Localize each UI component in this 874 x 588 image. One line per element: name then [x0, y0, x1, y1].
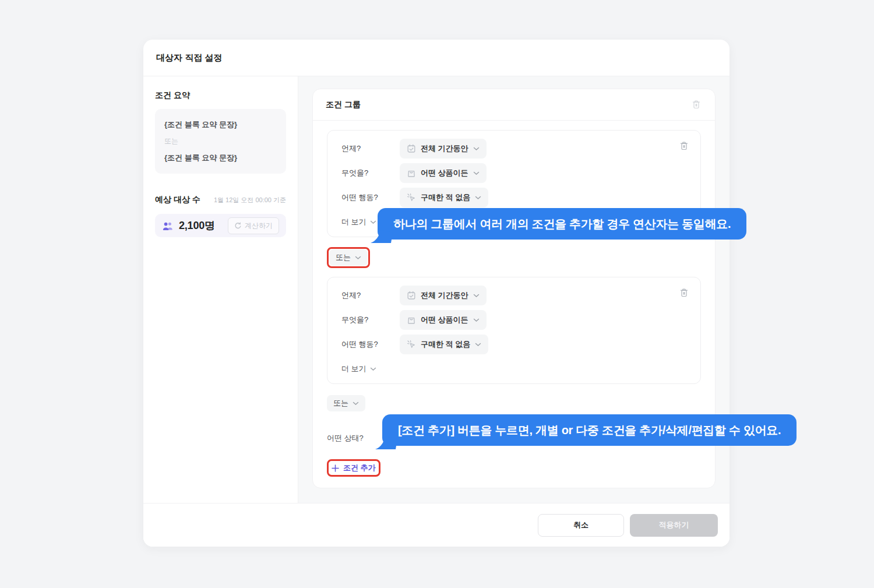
- page-background: 대상자 직접 설정 조건 요약 {조건 블록 요약 문장} 또는 {조건 블록 …: [0, 0, 874, 588]
- chevron-down-icon: [370, 367, 376, 371]
- estimate-heading: 예상 대상 수: [155, 195, 200, 205]
- condition-row-action: 어떤 행동? 구매한 적 없음: [341, 188, 686, 207]
- cancel-button[interactable]: 취소: [538, 514, 624, 537]
- trash-icon: [679, 291, 689, 300]
- add-condition-button[interactable]: 조건 추가: [332, 463, 376, 473]
- chevron-down-icon: [473, 294, 480, 298]
- click-icon: [407, 340, 416, 349]
- condition-label: 언제?: [341, 290, 400, 301]
- operator-select[interactable]: 또는: [327, 395, 365, 411]
- trash-icon: [679, 144, 689, 153]
- refresh-icon: [234, 222, 242, 230]
- condition-summary-box: {조건 블록 요약 문장} 또는 {조건 블록 요약 문장}: [155, 109, 286, 174]
- condition-row-what: 무엇을? 어떤 상품이든: [341, 163, 686, 183]
- when-select[interactable]: 전체 기간동안: [400, 286, 487, 305]
- more-options-label: 더 보기: [341, 364, 366, 374]
- condition-label: 언제?: [341, 143, 400, 154]
- more-options-label: 더 보기: [341, 217, 366, 227]
- action-select[interactable]: 구매한 적 없음: [400, 335, 488, 354]
- chevron-down-icon: [355, 256, 361, 260]
- page-title: 대상자 직접 설정: [156, 52, 222, 64]
- tooltip-tail: [374, 436, 397, 453]
- people-icon: [162, 221, 174, 230]
- chevron-down-icon: [475, 343, 481, 347]
- condition-label: 무엇을?: [341, 315, 400, 325]
- condition-label: 무엇을?: [341, 168, 400, 178]
- condition-card: 언제? 전체 기간동안: [327, 277, 701, 384]
- summary-operator: 또는: [164, 136, 277, 146]
- summary-heading: 조건 요약: [155, 90, 286, 101]
- modal-footer: 취소 적용하기: [143, 503, 729, 547]
- what-select[interactable]: 어떤 상품이든: [400, 163, 487, 183]
- chevron-down-icon: [475, 196, 481, 200]
- trash-icon: [692, 103, 701, 111]
- operator-tooltip: 하나의 그룹에서 여러 개의 조건을 추가할 경우 연산자는 동일해요.: [378, 208, 746, 240]
- add-condition-label: 조건 추가: [343, 463, 376, 473]
- what-select-value: 어떤 상품이든: [421, 168, 468, 178]
- what-select-value: 어떤 상품이든: [421, 315, 468, 325]
- bag-icon: [407, 168, 416, 178]
- tooltip-text: 하나의 그룹에서 여러 개의 조건을 추가할 경우 연산자는 동일해요.: [393, 216, 731, 232]
- more-options-toggle[interactable]: 더 보기: [341, 217, 376, 227]
- target-setting-modal: 대상자 직접 설정 조건 요약 {조건 블록 요약 문장} 또는 {조건 블록 …: [143, 40, 729, 547]
- condition-label: 어떤 행동?: [341, 192, 400, 203]
- delete-condition-button[interactable]: [678, 140, 690, 152]
- estimate-timestamp: 1월 12일 오전 00:00 기준: [214, 196, 286, 205]
- when-select-value: 전체 기간동안: [421, 143, 468, 154]
- tooltip-text: [조건 추가] 버튼을 누르면, 개별 or 다중 조건을 추가/삭제/편집할 …: [398, 422, 781, 438]
- chevron-down-icon: [473, 147, 480, 151]
- chevron-down-icon: [473, 318, 480, 322]
- calendar-icon: [407, 291, 416, 300]
- what-select[interactable]: 어떤 상품이든: [400, 310, 487, 330]
- operator-select-value: 또는: [333, 398, 348, 409]
- action-select-value: 구매한 적 없음: [421, 339, 470, 350]
- chevron-down-icon: [353, 402, 359, 406]
- summary-sentence: {조건 블록 요약 문장}: [164, 153, 277, 163]
- condition-row-when: 언제? 전체 기간동안: [341, 286, 686, 305]
- when-select-value: 전체 기간동안: [421, 290, 468, 301]
- calculate-button[interactable]: 계산하기: [228, 217, 279, 234]
- condition-group-title: 조건 그룹: [326, 100, 361, 110]
- estimated-count-box: 2,100명 계산하기: [155, 214, 286, 237]
- more-options-toggle[interactable]: 더 보기: [341, 364, 376, 374]
- calendar-icon: [407, 144, 416, 153]
- condition-label: 어떤 행동?: [341, 339, 400, 350]
- apply-button[interactable]: 적용하기: [630, 514, 718, 537]
- condition-row-action: 어떤 행동? 구매한 적 없음: [341, 335, 686, 354]
- summary-sidebar: 조건 요약 {조건 블록 요약 문장} 또는 {조건 블록 요약 문장} 예상 …: [143, 76, 298, 503]
- highlight-box: 조건 추가: [327, 459, 380, 477]
- bag-icon: [407, 315, 416, 325]
- add-condition-tooltip: [조건 추가] 버튼을 누르면, 개별 or 다중 조건을 추가/삭제/편집할 …: [382, 414, 797, 446]
- estimated-count: 2,100명: [179, 219, 215, 233]
- operator-select[interactable]: 또는: [329, 249, 368, 266]
- chevron-down-icon: [370, 220, 376, 224]
- modal-header: 대상자 직접 설정: [143, 40, 729, 76]
- summary-sentence: {조건 블록 요약 문장}: [164, 119, 277, 130]
- delete-group-button[interactable]: [690, 98, 702, 111]
- delete-condition-button[interactable]: [678, 287, 690, 299]
- click-icon: [407, 193, 416, 202]
- operator-block: 또는: [327, 395, 701, 411]
- chevron-down-icon: [473, 171, 480, 175]
- operator-select-value: 또는: [336, 252, 351, 263]
- action-select-value: 구매한 적 없음: [421, 192, 470, 203]
- plus-icon: [332, 464, 339, 472]
- calculate-button-label: 계산하기: [245, 221, 273, 231]
- highlight-box: 또는: [327, 247, 370, 268]
- condition-group-header: 조건 그룹: [313, 89, 715, 121]
- condition-row-what: 무엇을? 어떤 상품이든: [341, 310, 686, 330]
- operator-block: 또는: [327, 247, 701, 268]
- action-select[interactable]: 구매한 적 없음: [400, 188, 488, 207]
- estimate-heading-row: 예상 대상 수 1월 12일 오전 00:00 기준: [155, 195, 286, 205]
- tooltip-tail: [369, 230, 393, 247]
- when-select[interactable]: 전체 기간동안: [400, 139, 487, 159]
- condition-row-when: 언제? 전체 기간동안: [341, 139, 686, 159]
